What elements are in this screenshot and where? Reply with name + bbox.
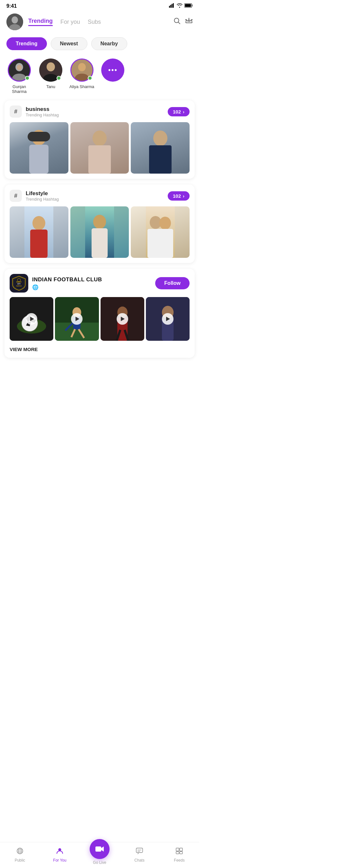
play-button-1[interactable]	[26, 313, 37, 325]
tab-subs[interactable]: Subs	[88, 19, 101, 25]
story-name-aliya: Aliya Sharma	[69, 84, 94, 89]
svg-rect-1	[170, 5, 171, 8]
grid-image-3[interactable]	[131, 122, 190, 174]
svg-point-39	[159, 217, 171, 229]
play-button-4[interactable]	[162, 313, 174, 325]
svg-text:CITY: CITY	[18, 283, 21, 285]
hashtag-info-lifestyle: Lifestyle Trending Hashtag	[26, 190, 59, 202]
video-thumb-4[interactable]	[146, 297, 190, 341]
video-thumb-1[interactable]	[10, 297, 53, 341]
view-more-button[interactable]: VIEW MORE	[10, 345, 190, 353]
story-avatar-wrap-gunjan	[8, 59, 31, 82]
hashtag-header-business: # business Trending Hashtag 102 ›	[10, 105, 190, 118]
ellipsis-icon: •••	[108, 66, 118, 74]
filter-newest[interactable]: Newest	[51, 37, 87, 50]
svg-point-35	[93, 215, 106, 229]
svg-rect-33	[30, 229, 48, 258]
club-header: WINDY CITY RAMPAGE INDIAN FOOTBALL CLUB …	[10, 274, 190, 292]
follow-button[interactable]: Follow	[155, 277, 190, 289]
search-icon[interactable]	[174, 18, 181, 26]
grid-image-2[interactable]	[70, 122, 129, 174]
story-row: Gunjan Sharma Tanu	[0, 55, 199, 100]
video-thumb-2[interactable]	[55, 297, 99, 341]
hashtag-title-business: business	[26, 106, 59, 113]
club-globe: 🌐	[32, 284, 102, 290]
crown-icon[interactable]	[185, 18, 193, 26]
story-tanu[interactable]: Tanu	[39, 59, 62, 89]
hashtag-info-business: business Trending Hashtag	[26, 106, 59, 117]
tab-foryou[interactable]: For you	[60, 19, 80, 25]
battery-icon	[184, 3, 193, 9]
svg-rect-28	[88, 145, 111, 174]
club-info: INDIAN FOOTBALL CLUB 🌐	[32, 277, 102, 290]
svg-rect-26	[28, 132, 50, 142]
club-name: INDIAN FOOTBALL CLUB	[32, 277, 102, 283]
svg-rect-5	[185, 4, 191, 7]
svg-rect-36	[92, 228, 107, 258]
club-card: WINDY CITY RAMPAGE INDIAN FOOTBALL CLUB …	[4, 269, 195, 358]
story-name-tanu: Tanu	[46, 84, 55, 89]
filter-pills: Trending Newest Nearby	[0, 34, 199, 55]
hashtag-header-lifestyle: # Lifestyle Trending Hashtag 102 ›	[10, 190, 190, 202]
svg-point-19	[46, 62, 55, 71]
status-icons	[169, 3, 193, 9]
svg-rect-40	[148, 229, 173, 258]
filter-trending[interactable]: Trending	[6, 37, 47, 50]
hashtag-count-business[interactable]: 102 ›	[168, 107, 190, 116]
online-indicator-aliya	[88, 76, 92, 81]
svg-rect-0	[169, 6, 170, 8]
tab-trending[interactable]: Trending	[28, 18, 53, 26]
online-indicator-tanu	[57, 76, 61, 81]
play-button-3[interactable]	[117, 313, 128, 325]
wifi-icon	[177, 3, 183, 9]
svg-text:WINDY: WINDY	[17, 281, 22, 283]
main-nav: Trending For you Subs	[28, 18, 168, 26]
filter-nearby[interactable]: Nearby	[91, 37, 127, 50]
hashtag-sub-lifestyle: Trending Hashtag	[26, 197, 59, 202]
grid-image-lifestyle-1[interactable]	[10, 207, 68, 258]
svg-point-22	[78, 63, 86, 71]
svg-point-7	[11, 17, 18, 24]
time: 9:41	[6, 3, 17, 9]
story-avatar-wrap-aliya	[70, 59, 94, 82]
more-stories-button[interactable]: •••	[101, 59, 124, 82]
status-bar: 9:41	[0, 0, 199, 11]
svg-rect-2	[171, 4, 172, 8]
svg-point-32	[32, 216, 45, 230]
hashtag-left-lifestyle: # Lifestyle Trending Hashtag	[10, 190, 59, 202]
hashtag-sub-business: Trending Hashtag	[26, 113, 59, 117]
story-avatar-wrap-tanu	[39, 59, 62, 82]
signal-icon	[169, 3, 175, 9]
hashtag-title-lifestyle: Lifestyle	[26, 190, 59, 197]
svg-point-13	[192, 19, 193, 20]
chevron-right-icon: ›	[183, 109, 184, 115]
hash-icon-business: #	[10, 105, 22, 118]
svg-point-11	[185, 19, 186, 20]
story-more[interactable]: •••	[101, 59, 124, 82]
image-grid-lifestyle	[10, 207, 190, 258]
video-thumb-3[interactable]	[101, 297, 144, 341]
svg-text:RAMPAGE: RAMPAGE	[16, 285, 22, 287]
svg-rect-17	[17, 65, 22, 70]
chevron-right-icon-lifestyle: ›	[183, 193, 184, 199]
svg-line-10	[178, 22, 180, 24]
hashtag-card-lifestyle: # Lifestyle Trending Hashtag 102 ›	[4, 185, 195, 263]
svg-point-27	[93, 130, 107, 146]
header-actions	[174, 18, 193, 26]
story-name-gunjan: Gunjan Sharma	[6, 84, 32, 94]
hashtag-card-business: # business Trending Hashtag 102 ›	[4, 100, 195, 179]
club-logo: WINDY CITY RAMPAGE	[10, 274, 28, 292]
svg-point-12	[189, 18, 190, 19]
hashtag-left-business: # business Trending Hashtag	[10, 105, 59, 118]
story-gunjan[interactable]: Gunjan Sharma	[6, 59, 32, 94]
online-indicator-gunjan	[25, 76, 30, 81]
hashtag-count-lifestyle[interactable]: 102 ›	[168, 191, 190, 200]
image-grid-business	[10, 122, 190, 174]
grid-image-1[interactable]	[10, 122, 68, 174]
grid-image-lifestyle-2[interactable]	[70, 207, 129, 258]
svg-point-29	[153, 130, 167, 146]
grid-image-lifestyle-3[interactable]	[131, 207, 190, 258]
svg-rect-3	[173, 3, 174, 8]
user-avatar[interactable]	[6, 13, 23, 30]
story-aliya[interactable]: Aliya Sharma	[69, 59, 94, 89]
